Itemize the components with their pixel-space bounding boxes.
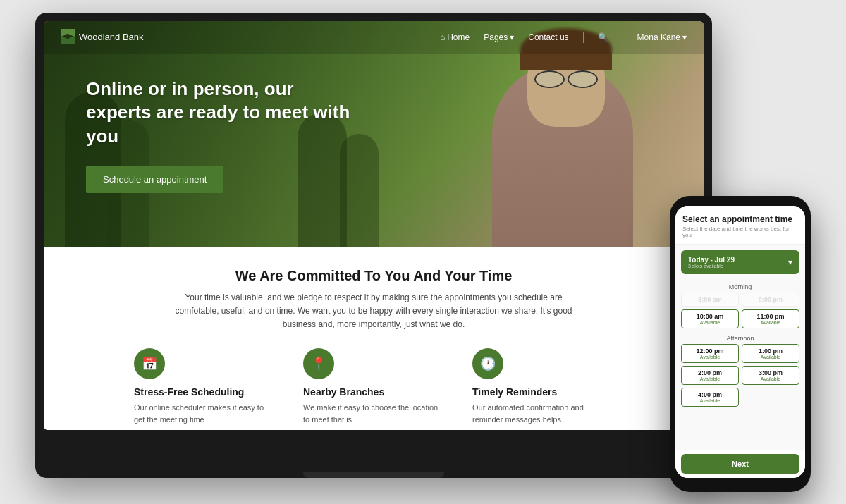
time-slot-8am[interactable]: 8:00 am [681,293,739,307]
morning-label: Morning [681,280,799,293]
nav-divider [583,32,584,43]
phone-screen: Select an appointment time Select the da… [675,206,805,478]
nav-home-label: Home [447,32,470,42]
time-slot-12pm[interactable]: 12:00 pm Available [681,344,739,363]
time-slot-3pm[interactable]: 3:00 pm Available [742,366,799,385]
hero-person-container [436,21,675,247]
date-selector[interactable]: Today - Jul 29 3 slots available ▾ [681,250,799,274]
laptop-screen: Woodland Bank ⌂ Home Pages ▾ Contact us [44,21,704,430]
schedule-appointment-button[interactable]: Schedule an appointment [86,166,223,193]
clock-icon: 🕐 [472,348,503,379]
feature-branches-desc: We make it easy to choose the location t… [303,402,444,425]
content-section: We Are Committed To You And Your Time Yo… [44,247,704,430]
time-slot-2pm-status: Available [686,376,734,381]
laptop-base [303,472,444,478]
phone-footer: Next [675,450,805,478]
time-slot-4pm[interactable]: 4:00 pm Available [681,388,739,407]
time-slot-11pm-status: Available [747,320,795,325]
time-slot-11pm-time: 11:00 pm [747,313,795,320]
content-description: Your time is valuable, and we pledge to … [162,291,585,332]
time-slot-4pm-time: 4:00 pm [686,391,734,398]
feature-branches: 📍 Nearby Branches We make it easy to cho… [303,348,444,425]
time-slot-10am-time: 10:00 am [686,313,734,320]
phone-title: Select an appointment time [682,214,798,224]
chevron-down-icon-user: ▾ [682,32,687,42]
person-glasses [534,70,598,88]
time-slot-1pm[interactable]: 1:00 pm Available [742,344,799,363]
feature-scheduling-desc: Our online scheduler makes it easy to ge… [134,402,275,425]
chevron-down-icon-date: ▾ [788,257,792,267]
feature-scheduling: 📅 Stress-Free Scheduling Our online sche… [134,348,275,425]
nav-link-contact[interactable]: Contact us [528,32,568,42]
logo-icon-bottom [61,36,75,44]
logo-icon-top [61,29,75,37]
phone-header: Select an appointment time Select the da… [675,206,805,245]
site-nav: Woodland Bank ⌂ Home Pages ▾ Contact us [44,21,704,54]
nav-link-home[interactable]: ⌂ Home [440,32,470,42]
time-slot-9pm-time: 9:00 pm [747,296,795,303]
time-slot-10am-status: Available [686,320,734,325]
home-icon: ⌂ [440,32,445,42]
feature-scheduling-title: Stress-Free Scheduling [134,386,275,398]
time-slot-12pm-status: Available [686,355,734,359]
hero-title: Online or in person, our experts are rea… [86,78,354,149]
phone: Select an appointment time Select the da… [670,196,811,492]
logo-icon [61,29,75,46]
time-slot-11pm[interactable]: 11:00 pm Available [742,309,799,328]
time-slot-3pm-status: Available [747,376,795,381]
hero-content: Online or in person, our experts are rea… [86,78,354,193]
nav-user-label: Mona Kane [637,32,680,42]
feature-reminders: 🕐 Timely Reminders Our automated confirm… [472,348,613,425]
feature-branches-title: Nearby Branches [303,386,444,398]
time-slot-1pm-status: Available [747,355,795,359]
next-button[interactable]: Next [681,454,799,474]
time-slot-9pm[interactable]: 9:00 pm [742,293,799,307]
time-slot-10am[interactable]: 10:00 am Available [681,309,739,328]
date-selector-content: Today - Jul 29 3 slots available [688,256,735,269]
time-slot-4pm-status: Available [686,398,734,403]
afternoon-label: Afternoon [681,331,799,344]
scene: Woodland Bank ⌂ Home Pages ▾ Contact us [35,13,811,492]
calendar-icon: 📅 [134,348,165,379]
nav-link-pages[interactable]: Pages ▾ [484,32,514,42]
feature-reminders-title: Timely Reminders [472,386,613,398]
morning-time-grid: 8:00 am 9:00 pm 10:00 am Available 11:00… [681,293,799,328]
nav-pages-label: Pages [484,32,508,42]
phone-subtitle: Select the date and time the works best … [682,226,798,238]
content-title: We Are Committed To You And Your Time [86,268,661,284]
glasses-left [534,70,565,88]
nav-divider-2 [623,32,623,43]
time-slot-2pm-time: 2:00 pm [686,369,734,376]
glasses-right [568,70,598,88]
date-label: Today - Jul 29 [688,256,735,264]
website-wrapper: Woodland Bank ⌂ Home Pages ▾ Contact us [44,21,704,430]
date-sub: 3 slots available [688,264,735,269]
chevron-down-icon: ▾ [510,32,514,42]
nav-search-icon[interactable]: 🔍 [598,32,608,42]
afternoon-time-grid: 12:00 pm Available 1:00 pm Available 2:0… [681,344,799,407]
phone-body: Today - Jul 29 3 slots available ▾ Morni… [675,245,805,450]
nav-logo: Woodland Bank [61,29,144,46]
time-slot-2pm[interactable]: 2:00 pm Available [681,366,739,385]
nav-brand-name: Woodland Bank [79,32,144,42]
time-slot-8am-time: 8:00 am [686,296,734,303]
time-slot-1pm-time: 1:00 pm [747,348,795,355]
nav-user-menu[interactable]: Mona Kane ▾ [637,32,687,42]
nav-contact-label: Contact us [528,32,568,42]
nav-links: ⌂ Home Pages ▾ Contact us 🔍 [440,32,687,43]
time-slot-12pm-time: 12:00 pm [686,348,734,355]
features-row: 📅 Stress-Free Scheduling Our online sche… [86,348,661,425]
feature-reminders-desc: Our automated confirmation and reminder … [472,402,613,425]
location-icon: 📍 [303,348,334,379]
time-slot-3pm-time: 3:00 pm [747,369,795,376]
laptop: Woodland Bank ⌂ Home Pages ▾ Contact us [35,13,712,478]
hero-section: Online or in person, our experts are rea… [44,21,704,247]
